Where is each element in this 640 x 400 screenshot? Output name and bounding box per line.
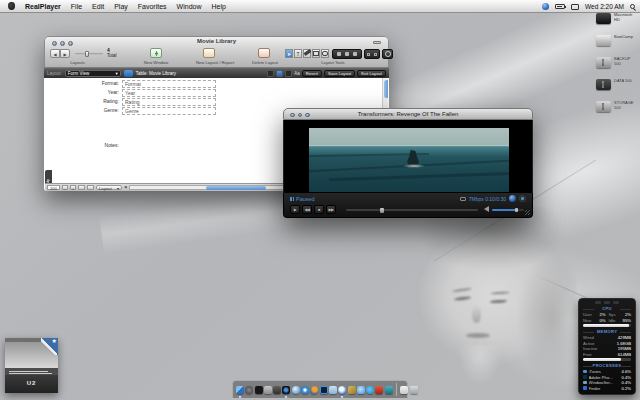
zoom-out-button[interactable]: –: [62, 185, 68, 191]
delete-layout-icon[interactable]: [258, 48, 270, 58]
field-part-tools[interactable]: [332, 49, 362, 59]
new-layout-icon[interactable]: [203, 48, 215, 58]
desktop-file-u2-album[interactable]: U2 ★: [5, 338, 58, 393]
menu-play[interactable]: Play: [114, 3, 128, 10]
view-mode-icon[interactable]: [78, 185, 85, 191]
dock-icon-dvd-player[interactable]: [375, 386, 383, 394]
field-format[interactable]: Format: [122, 80, 216, 88]
dock-icon-dashboard[interactable]: [245, 386, 253, 394]
istat-tab-icon[interactable]: [595, 301, 601, 304]
dock-icon-safari[interactable]: [301, 386, 309, 394]
layout-slider[interactable]: [75, 53, 103, 55]
dock-icon-terminal[interactable]: [255, 386, 263, 394]
dock-icon-iphoto[interactable]: [348, 386, 356, 394]
rounded-rect-tool[interactable]: [321, 49, 329, 58]
desktop-icon-backup[interactable]: BACKUP 500: [596, 57, 638, 68]
realguide-icon[interactable]: [519, 195, 526, 202]
menu-help[interactable]: Help: [211, 3, 225, 10]
dock-icon-ichat[interactable]: [357, 386, 365, 394]
desktop-icon-data[interactable]: DATA 500: [596, 79, 638, 90]
video-stage[interactable]: [283, 120, 533, 193]
dock-icon-photoshop[interactable]: [320, 386, 328, 394]
dock-icon-firefox[interactable]: [310, 386, 318, 394]
mode-selector[interactable]: Layout ▾: [96, 185, 122, 191]
format-tools[interactable]: [364, 49, 380, 59]
spotlight-icon[interactable]: [630, 4, 635, 9]
dock-icon-transmission[interactable]: [385, 386, 393, 394]
field-genre[interactable]: Genre: [122, 107, 216, 115]
menu-app-name[interactable]: RealPlayer: [25, 3, 61, 10]
stop-button[interactable]: ■: [314, 205, 324, 214]
dock-icon-utilities[interactable]: [273, 386, 281, 394]
toolbar-collapse-button[interactable]: [373, 41, 381, 44]
layout-slider-thumb[interactable]: [85, 51, 89, 57]
field-rating[interactable]: Rating: [122, 98, 216, 106]
istat-widget[interactable]: CPU User2% Sys2% Nice0% Idle95% MEMORY W…: [578, 298, 636, 395]
field-tool-icon[interactable]: [337, 52, 341, 56]
play-button[interactable]: ▶: [290, 205, 300, 214]
zoom-in-button[interactable]: +: [70, 185, 76, 191]
dock-icon-skype[interactable]: [366, 386, 374, 394]
rectangle-tool[interactable]: [312, 49, 320, 58]
volume-slider[interactable]: [492, 209, 524, 211]
horizontal-scroll-thumb[interactable]: [206, 186, 266, 190]
fill-tool-icon[interactable]: [367, 53, 370, 56]
text-tool[interactable]: T: [294, 49, 302, 58]
object-tool-icon[interactable]: [353, 52, 357, 56]
menu-edit[interactable]: Edit: [92, 3, 104, 10]
formatting-label[interactable]: Aa: [294, 71, 300, 76]
istat-tab-icon[interactable]: [613, 301, 619, 304]
dock-icon-itunes[interactable]: [338, 386, 346, 394]
field-year[interactable]: Year: [122, 89, 216, 97]
menu-favorites[interactable]: Favorites: [138, 3, 167, 10]
dock-icon-documents-stack[interactable]: [400, 386, 408, 394]
resize-grip[interactable]: [525, 210, 530, 215]
forward-button[interactable]: ▶▶: [326, 205, 336, 214]
new-window-icon[interactable]: [150, 48, 162, 58]
istat-tab-icon[interactable]: [604, 301, 610, 304]
pointer-tool[interactable]: ➤: [285, 49, 293, 58]
guides-toggle[interactable]: [267, 70, 274, 77]
next-layout-button[interactable]: ▶: [60, 49, 70, 58]
realplayer-titlebar[interactable]: Transformers: Revenge Of The Fallen: [283, 108, 533, 120]
realplayer-logo-icon[interactable]: [509, 195, 516, 202]
seek-slider[interactable]: [346, 209, 478, 211]
gear-menu-button[interactable]: [382, 49, 393, 59]
menu-window[interactable]: Window: [177, 3, 202, 10]
preview-mode-icon[interactable]: [87, 185, 94, 191]
realplayer-status-icon[interactable]: [542, 3, 549, 10]
desktop-icon-bootcamp[interactable]: BootCamp: [596, 35, 638, 46]
desktop-icon-macintosh-hd[interactable]: Macintosh HD: [596, 13, 638, 24]
rulers-toggle[interactable]: [285, 70, 292, 77]
prev-layout-button[interactable]: ◀: [50, 49, 60, 58]
dock-icon-realplayer[interactable]: [282, 386, 290, 394]
battery-icon[interactable]: [555, 4, 565, 9]
layout-picker[interactable]: Form View ▾: [65, 70, 121, 77]
scroll-left-icon[interactable]: ◀: [124, 185, 127, 189]
displays-icon[interactable]: [571, 4, 579, 10]
dock-icon-mail[interactable]: [329, 386, 337, 394]
dock-icon-quicktime[interactable]: [292, 386, 300, 394]
exit-layout-button[interactable]: Exit Layout: [357, 70, 386, 77]
seek-thumb[interactable]: [380, 208, 384, 213]
volume-thumb[interactable]: [515, 208, 518, 212]
menu-clock[interactable]: Wed 2:20 AM: [585, 3, 624, 10]
vertical-scroll-thumb[interactable]: [384, 80, 389, 98]
revert-button[interactable]: Revert: [302, 70, 322, 77]
line-tool[interactable]: [303, 49, 311, 58]
dock-icon-finder[interactable]: [236, 386, 244, 394]
dock-icon-trash[interactable]: [410, 386, 418, 394]
desktop-icon-storage[interactable]: STORAGE 500: [596, 101, 638, 112]
volume-icon[interactable]: [484, 206, 489, 212]
rewind-button[interactable]: ◀◀: [302, 205, 312, 214]
grid-toggle[interactable]: [276, 70, 283, 77]
line-style-tool-icon[interactable]: [374, 53, 377, 56]
apple-menu-icon[interactable]: [8, 2, 15, 10]
save-layout-button[interactable]: Save Layout: [324, 70, 355, 77]
edit-layout-icon[interactable]: [124, 70, 133, 77]
dock-icon-system-preferences[interactable]: [264, 386, 272, 394]
video-frame[interactable]: [309, 128, 509, 192]
menu-file[interactable]: File: [71, 3, 82, 10]
body-part-tab[interactable]: Body: [45, 170, 52, 183]
part-tool-icon[interactable]: [345, 52, 349, 56]
